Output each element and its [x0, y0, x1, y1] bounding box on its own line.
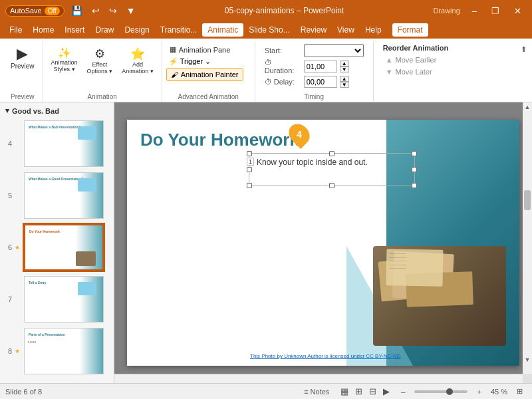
slide-number-5: 5: [4, 192, 12, 200]
menu-help[interactable]: Help: [360, 23, 387, 37]
duration-input[interactable]: [304, 61, 337, 72]
title-bar-right: Drawing – ❐ ✕: [430, 5, 527, 17]
slide-caption: This Photo by Unknown Author is licensed…: [250, 353, 400, 359]
deck-title-label: Good vs. Bad: [12, 107, 59, 115]
start-label: Start:: [265, 47, 301, 55]
ribbon-group-advanced: ▦ Animation Pane ⚡ Trigger ⌄ 🖌 Animation…: [162, 41, 255, 102]
autosave-label: AutoSave: [10, 7, 42, 15]
reading-view-icon[interactable]: ⊟: [367, 386, 378, 397]
slide-thumb-8: Parts of a Presentation ■ ■ ■ ■ ■: [24, 328, 104, 374]
title-your: Your Homework: [168, 130, 299, 150]
status-left: Slide 6 of 8: [5, 388, 42, 396]
menu-transitions[interactable]: Transitio...: [155, 23, 203, 37]
effect-options-button[interactable]: ⚙ EffectOptions ▾: [83, 44, 117, 77]
slide-thumb-6: Do Your Homework: [24, 224, 104, 271]
menu-home[interactable]: Home: [27, 23, 59, 37]
duration-up[interactable]: ▲: [340, 61, 349, 66]
menu-format[interactable]: Format: [392, 23, 428, 37]
zoom-out-button[interactable]: –: [397, 387, 409, 396]
menu-draw[interactable]: Draw: [90, 23, 119, 37]
scroll-thumb-v[interactable]: [524, 190, 531, 210]
animation-pane-label: Animation Pane: [179, 46, 231, 54]
slide-item-8[interactable]: 8 ★ Parts of a Presentation ■ ■ ■ ■ ■: [3, 327, 111, 376]
timing-section: Start: ⏱ Duration: ▲ ▼ ⏱ Delay: ▲ ▼: [259, 41, 369, 90]
collapse-icon[interactable]: ▾: [5, 106, 9, 115]
slide-sorter-icon[interactable]: ⊞: [353, 386, 364, 397]
ribbon-group-reorder: Reorder Animation ▲ Move Earlier ▼ Move …: [374, 41, 458, 102]
zoom-in-button[interactable]: +: [473, 387, 485, 396]
text-box-text: Know your topic inside and out.: [257, 158, 368, 167]
canvas-scrollbar-h[interactable]: [114, 374, 523, 383]
delay-input[interactable]: [304, 76, 337, 88]
duration-down[interactable]: ▼: [340, 66, 349, 72]
autosave-badge[interactable]: AutoSave Off: [5, 5, 65, 17]
window-title: 05-copy-animations – PowerPoint: [138, 6, 431, 15]
thumb-content-4: What Makes a Bad Presentation?: [25, 121, 103, 166]
menu-insert[interactable]: Insert: [59, 23, 90, 37]
scrollbar-corner: [523, 374, 532, 383]
menu-view[interactable]: View: [332, 23, 360, 37]
advanced-group-label: Advanced Animation: [162, 93, 255, 100]
scroll-down-arrow[interactable]: ▼: [523, 355, 532, 364]
context-tab-label: Drawing: [430, 5, 462, 16]
undo-icon[interactable]: ↩: [89, 4, 102, 17]
menu-file[interactable]: File: [4, 23, 27, 37]
text-box-num-badge: 1: [247, 158, 254, 166]
move-later-icon: ▼: [386, 68, 393, 76]
animation-pane-button[interactable]: ▦ Animation Pane: [166, 44, 243, 55]
fit-slide-button[interactable]: ⊞: [513, 386, 527, 396]
slide-star-8: ★: [15, 348, 21, 354]
menu-review[interactable]: Review: [295, 23, 332, 37]
ribbon-group-preview: ▶ Preview Preview: [3, 41, 43, 102]
animation-styles-button[interactable]: ✨ AnimationStyles ▾: [47, 44, 82, 75]
start-select[interactable]: [304, 44, 364, 57]
trigger-icon: ⚡: [169, 57, 178, 66]
minimize-button[interactable]: –: [467, 5, 482, 17]
handle-ml: [247, 167, 252, 172]
slide-item-7[interactable]: 7 Tell a Story: [3, 275, 111, 324]
customize-icon[interactable]: ▼: [124, 4, 138, 17]
animation-styles-label: AnimationStyles ▾: [51, 59, 78, 72]
trigger-button[interactable]: ⚡ Trigger ⌄: [166, 56, 243, 67]
slide-item-5[interactable]: 5 What Makes a Good Presentation?: [3, 171, 111, 220]
add-animation-button[interactable]: ⭐ AddAnimation ▾: [118, 44, 158, 77]
status-bar: Slide 6 of 8 ≡ Notes ▦ ⊞ ⊟ ▶ – + 45 % ⊞: [0, 383, 532, 399]
menu-slideshow[interactable]: Slide Sho...: [243, 23, 295, 37]
zoom-slider[interactable]: [414, 390, 467, 393]
handle-bl: [247, 183, 252, 188]
advanced-tools: ▦ Animation Pane ⚡ Trigger ⌄ 🖌 Animation…: [166, 41, 243, 81]
redo-icon[interactable]: ↪: [106, 4, 120, 17]
menu-animations[interactable]: Animatic: [202, 23, 243, 37]
move-earlier-button[interactable]: ▲ Move Earlier: [383, 55, 449, 65]
save-icon[interactable]: 💾: [68, 4, 85, 17]
move-later-button[interactable]: ▼ Move Later: [383, 66, 449, 77]
slides-panel: ▾ Good vs. Bad 4 What Makes a Bad Presen…: [0, 102, 114, 383]
animation-painter-button[interactable]: 🖌 Animation Painter: [166, 68, 243, 81]
autosave-toggle[interactable]: Off: [45, 7, 60, 15]
slide-number-4: 4: [4, 140, 12, 148]
slide-item-4[interactable]: 4 What Makes a Bad Presentation?: [3, 119, 111, 168]
zoom-thumb: [446, 388, 453, 395]
close-button[interactable]: ✕: [509, 5, 527, 17]
normal-view-icon[interactable]: ▦: [338, 386, 350, 397]
delay-down[interactable]: ▼: [340, 82, 349, 88]
ribbon-collapse-button[interactable]: ⬆: [518, 44, 529, 55]
restore-button[interactable]: ❐: [486, 5, 505, 17]
caption-text: This Photo by Unknown Author is licensed…: [250, 353, 400, 359]
duration-row: ⏱ Duration: ▲ ▼: [265, 59, 364, 74]
delay-up[interactable]: ▲: [340, 76, 349, 82]
canvas-scrollbar-v[interactable]: ▲ ▼: [523, 102, 532, 374]
slideshow-icon[interactable]: ▶: [381, 386, 392, 397]
preview-group-label: Preview: [3, 93, 43, 100]
canvas-area: Do Your Homework 4 1 Know your topic i: [114, 102, 532, 383]
slide-item-6[interactable]: 6 ★ Do Your Homework: [3, 223, 111, 272]
reorder-title: Reorder Animation: [383, 44, 449, 52]
notes-button[interactable]: ≡ Notes: [300, 387, 333, 396]
move-earlier-label: Move Earlier: [396, 56, 437, 64]
scroll-up-arrow[interactable]: ▲: [523, 102, 532, 112]
thumb-content-6: Do Your Homework: [25, 225, 102, 269]
thumb-content-7: Tell a Story: [25, 277, 103, 322]
delay-label: ⏱ Delay:: [265, 78, 301, 86]
menu-design[interactable]: Design: [119, 23, 154, 37]
preview-button[interactable]: ▶ Preview: [7, 44, 39, 72]
